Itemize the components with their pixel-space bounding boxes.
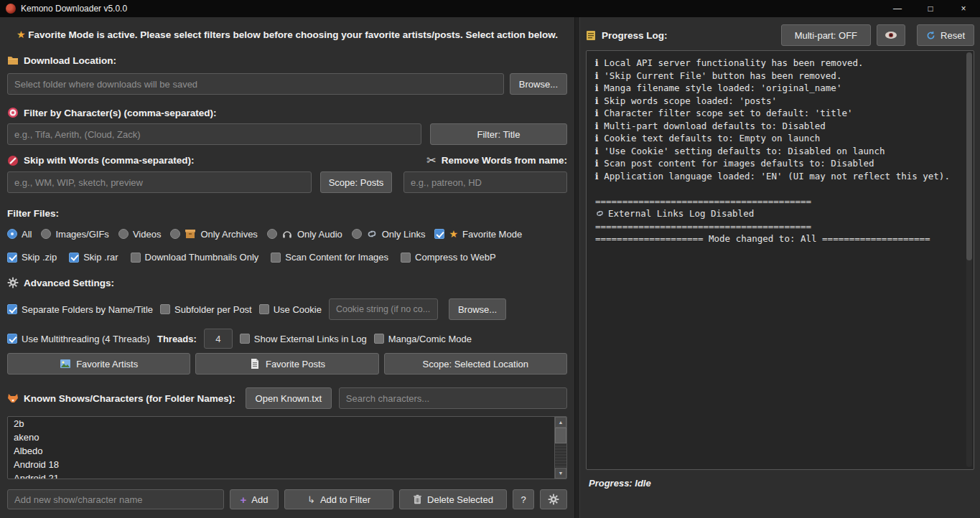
known-characters-list[interactable]: 2b akeno Albedo Android 18 Android 21 ▲ …: [7, 416, 567, 479]
delete-selected-button[interactable]: Delete Selected: [399, 489, 507, 509]
link-icon: [595, 209, 605, 218]
compress-webp-checkbox[interactable]: Compress to WebP: [401, 252, 495, 263]
scroll-thumb[interactable]: [555, 428, 566, 443]
panel-splitter[interactable]: [574, 17, 580, 518]
download-location-input[interactable]: [7, 73, 504, 95]
radio-videos[interactable]: Videos: [118, 229, 162, 240]
show-external-links-checkbox[interactable]: Show External Links in Log: [240, 334, 367, 344]
scroll-track[interactable]: [555, 443, 566, 468]
browse-download-button[interactable]: Browse...: [510, 73, 567, 95]
scan-content-checkbox[interactable]: Scan Content for Images: [271, 252, 388, 263]
skip-scope-button[interactable]: Scope: Posts: [320, 171, 392, 193]
log-line: ℹ Application language loaded: 'EN' (UI …: [595, 170, 965, 183]
button-label: Add to Filter: [320, 494, 370, 505]
checkbox-label: Scan Content for Images: [285, 252, 388, 263]
log-line: ℹ 'Use Cookie' setting defaults to: Disa…: [595, 145, 965, 158]
maximize-button[interactable]: □: [914, 0, 947, 17]
checkbox-label: Manga/Comic Mode: [388, 334, 472, 344]
log-line: ℹ Local API server functionality has bee…: [595, 57, 965, 70]
log-scrollbar[interactable]: [966, 52, 972, 467]
gear-icon: [548, 494, 559, 505]
log-line: ========================================: [595, 220, 965, 233]
search-characters-input[interactable]: [339, 387, 567, 409]
character-filter-icon: [7, 107, 19, 118]
button-label: Delete Selected: [427, 494, 493, 505]
character-filter-scope-button[interactable]: Filter: Title: [430, 123, 567, 145]
favorite-posts-button[interactable]: Favorite Posts: [195, 353, 378, 375]
list-item[interactable]: 2b: [8, 417, 566, 430]
remove-words-label: Remove Words from name:: [442, 155, 567, 166]
threads-input[interactable]: [204, 329, 233, 349]
radio-label: All: [22, 229, 32, 240]
checkbox-indicator: [160, 304, 170, 314]
radio-images-gifs[interactable]: Images/GIFs: [41, 229, 108, 240]
add-to-filter-button[interactable]: ↳ Add to Filter: [284, 489, 393, 509]
known-shows-label: Known Shows/Characters (for Folder Names…: [24, 393, 235, 404]
favorite-artists-button[interactable]: Favorite Artists: [7, 353, 190, 375]
manga-mode-checkbox[interactable]: Manga/Comic Mode: [374, 334, 472, 344]
multithreading-checkbox[interactable]: Use Multithreading (4 Threads): [7, 334, 150, 344]
minimize-button[interactable]: —: [881, 0, 914, 17]
subfolder-per-post-checkbox[interactable]: Subfolder per Post: [160, 304, 252, 315]
threads-label: Threads:: [157, 334, 197, 344]
cookie-string-input[interactable]: [329, 298, 438, 320]
radio-label: Videos: [133, 229, 162, 240]
log-line: ========================================: [595, 195, 965, 208]
settings-button[interactable]: [540, 489, 567, 509]
checkbox-indicator: [271, 253, 281, 263]
progress-status-text: Progress: Idle: [589, 478, 651, 489]
add-character-input[interactable]: [7, 489, 224, 509]
checkbox-label: Use Multithreading (4 Threads): [22, 334, 150, 344]
checkbox-label: Skip .rar: [83, 252, 118, 263]
download-thumbnails-checkbox[interactable]: Download Thumbnails Only: [131, 252, 259, 263]
radio-label: Only Links: [382, 229, 426, 240]
help-button[interactable]: ?: [513, 489, 534, 509]
checkbox-label: Compress to WebP: [415, 252, 495, 263]
star-icon: ★: [449, 228, 458, 240]
radio-only-links[interactable]: Only Links: [352, 228, 426, 240]
radio-only-audio[interactable]: Only Audio: [267, 228, 342, 240]
scroll-down-button[interactable]: ▼: [555, 468, 566, 479]
log-line-text: External Links Log Disabled: [608, 207, 754, 220]
scope-selected-location-button[interactable]: Scope: Selected Location: [384, 353, 567, 375]
radio-all[interactable]: All: [7, 229, 32, 240]
radio-only-archives[interactable]: Only Archives: [170, 228, 257, 240]
use-cookie-checkbox[interactable]: Use Cookie: [259, 304, 322, 315]
titlebar: Kemono Downloader v5.0.0 — □ ×: [0, 0, 980, 17]
app-title: Kemono Downloader v5.0.0: [21, 4, 127, 14]
list-scrollbar[interactable]: ▲ ▼: [554, 417, 566, 479]
multipart-toggle-button[interactable]: Multi-part: OFF: [781, 24, 871, 46]
log-line: [595, 182, 965, 195]
log-line: ℹ 'Skip Current File' button has been re…: [595, 70, 965, 83]
trash-icon: [413, 494, 422, 504]
remove-words-input[interactable]: [403, 171, 567, 193]
close-button[interactable]: ×: [947, 0, 980, 17]
list-item[interactable]: akeno: [8, 430, 566, 444]
add-button[interactable]: + Add: [230, 489, 279, 509]
skip-zip-checkbox[interactable]: Skip .zip: [7, 252, 57, 263]
progress-log[interactable]: ℹ Local API server functionality has bee…: [586, 50, 974, 470]
checkbox-indicator: [131, 253, 141, 263]
separate-folders-checkbox[interactable]: Separate Folders by Name/Title: [7, 304, 153, 315]
skip-rar-checkbox[interactable]: Skip .rar: [69, 252, 118, 263]
button-label: Reset: [941, 30, 965, 41]
open-known-txt-button[interactable]: Open Known.txt: [246, 387, 332, 409]
list-item[interactable]: Albedo: [8, 444, 566, 458]
list-item[interactable]: Android 21: [8, 471, 566, 479]
scroll-up-button[interactable]: ▲: [555, 417, 566, 428]
character-filter-input[interactable]: [7, 123, 421, 145]
document-icon: [249, 358, 261, 369]
skip-words-icon: [7, 155, 19, 166]
settings-panel: ★ Favorite Mode is active. Please select…: [0, 17, 574, 518]
browse-cookie-button[interactable]: Browse...: [449, 298, 506, 320]
favorite-mode-checkbox[interactable]: ★ Favorite Mode: [434, 228, 522, 240]
checkbox-indicator: [259, 304, 269, 314]
reset-button[interactable]: Reset: [917, 24, 974, 46]
radio-indicator: [118, 229, 129, 239]
eye-icon: [885, 31, 897, 39]
eye-button[interactable]: [877, 24, 905, 46]
skip-words-input[interactable]: [7, 171, 312, 193]
log-scroll-thumb[interactable]: [966, 52, 972, 260]
folder-icon: [7, 55, 19, 66]
list-item[interactable]: Android 18: [8, 458, 566, 471]
